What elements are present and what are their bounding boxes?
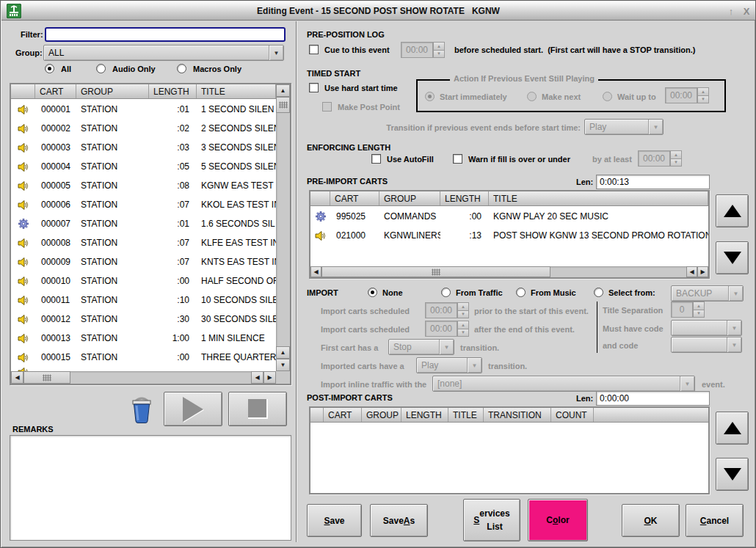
- col-group[interactable]: GROUP: [379, 191, 440, 205]
- col-length[interactable]: LENGTH: [149, 84, 197, 98]
- cart-table-vscrollbar[interactable]: [276, 84, 290, 371]
- col-cart[interactable]: CART: [330, 191, 379, 205]
- table-row[interactable]: 000003STATION:033 SECONDS SILEN: [11, 138, 276, 157]
- pre-import-rows: 995025COMMANDS:00KGNW PLAY 20 SEC MUSIC0…: [310, 207, 708, 266]
- color-button[interactable]: Color: [528, 499, 588, 541]
- cue-to-event-checkbox[interactable]: [309, 45, 319, 54]
- warn-fill-checkbox[interactable]: [453, 154, 462, 164]
- col-title[interactable]: TITLE: [448, 408, 484, 422]
- col-count[interactable]: COUNT: [551, 408, 594, 422]
- table-row[interactable]: 000011STATION:1010 SECONDS SILE: [11, 291, 276, 310]
- hscroll-thumb[interactable]: [23, 371, 70, 384]
- hard-start-checkbox[interactable]: [309, 83, 319, 92]
- cell-cart: 000001: [35, 104, 76, 114]
- stop-button[interactable]: [228, 392, 287, 426]
- table-row[interactable]: 000010STATION:00HALF SECOND OF: [11, 271, 276, 291]
- radio-import-music[interactable]: [516, 288, 526, 297]
- titlebar[interactable]: Editing Event - 15 SECOND POST SHOW ROTA…: [1, 1, 755, 21]
- cell-length: :00: [149, 276, 197, 286]
- save-as-button[interactable]: Save As: [370, 504, 428, 537]
- by-at-least-spinbox: 00:00 ▲▼: [638, 150, 682, 167]
- filter-input[interactable]: [45, 27, 286, 42]
- post-import-move-up-button[interactable]: [716, 412, 749, 445]
- pre-import-move-down-button[interactable]: [716, 241, 749, 274]
- table-row[interactable]: 000005STATION:08KGNW EAS TEST: [11, 176, 276, 195]
- col-icon[interactable]: [310, 408, 324, 422]
- scroll-left2-icon[interactable]: ◀: [686, 266, 697, 277]
- first-cart-transition-select: Stop ▼: [388, 339, 454, 355]
- col-title[interactable]: TITLE: [197, 84, 276, 98]
- hscroll-thumb[interactable]: [321, 266, 550, 277]
- post-import-header: CART GROUP LENGTH TITLE TRANSITION COUNT: [310, 408, 708, 423]
- spin-down-icon: ▼: [670, 159, 682, 167]
- scroll-up2-icon[interactable]: ▲: [276, 346, 290, 359]
- table-row[interactable]: 000012STATION:3030 SECONDS SILE: [11, 310, 276, 329]
- group-select[interactable]: ALL ▼: [43, 45, 284, 61]
- table-row[interactable]: 021000KGNWLINERS:13POST SHOW KGNW 13 SEC…: [310, 226, 708, 245]
- col-length[interactable]: LENGTH: [440, 191, 489, 205]
- cell-group: STATION: [76, 219, 149, 229]
- table-row[interactable]: 995025COMMANDS:00KGNW PLAY 20 SEC MUSIC: [310, 207, 708, 226]
- scroll-left2-icon[interactable]: ◀: [251, 371, 263, 384]
- remarks-textarea[interactable]: [10, 435, 291, 541]
- col-cart[interactable]: CART: [324, 408, 362, 422]
- gear-icon: [11, 219, 35, 229]
- enforcing-length-section-label: ENFORCING LENGTH: [307, 143, 390, 152]
- cell-cart: 000005: [35, 180, 76, 191]
- table-row[interactable]: 000007STATION:011.6 SECONDS SIL: [11, 214, 276, 233]
- spin-up-icon: ▲: [433, 42, 445, 51]
- col-cart[interactable]: CART: [35, 84, 76, 98]
- cancel-button[interactable]: Cancel: [686, 504, 744, 537]
- table-row[interactable]: 000013STATION1:001 MIN SILENCE: [11, 329, 276, 348]
- table-row[interactable]: 000002STATION:022 SECONDS SILEN: [11, 119, 276, 138]
- radio-make-next-label: Make next: [542, 92, 581, 101]
- col-length[interactable]: LENGTH: [401, 408, 448, 422]
- cell-length: :01: [149, 219, 197, 229]
- table-row[interactable]: 000004STATION:055 SECONDS SILEN: [11, 157, 276, 176]
- radio-macros-only[interactable]: [177, 64, 186, 73]
- scroll-right-icon[interactable]: ▶: [697, 266, 708, 277]
- use-autofill-checkbox[interactable]: [371, 154, 381, 164]
- shade-window-button[interactable]: ↑: [724, 4, 738, 18]
- radio-all[interactable]: [45, 64, 54, 73]
- down-arrow-icon: [724, 252, 741, 264]
- scroll-left-icon[interactable]: ◀: [310, 266, 321, 277]
- up-arrow-icon: [724, 205, 741, 217]
- table-row[interactable]: 000015STATION:00THREE QUARTER: [11, 348, 276, 367]
- col-group[interactable]: GROUP: [76, 84, 149, 98]
- col-icon[interactable]: [310, 191, 330, 205]
- cell-title: 2 SECONDS SILEN: [197, 123, 276, 134]
- radio-import-none[interactable]: [368, 288, 377, 297]
- col-title[interactable]: TITLE: [489, 191, 708, 205]
- cell-group: STATION: [76, 333, 149, 343]
- ok-button[interactable]: OK: [622, 504, 680, 537]
- col-transition[interactable]: TRANSITION: [484, 408, 551, 422]
- scroll-down-icon[interactable]: ▼: [276, 359, 290, 371]
- radio-import-select-from[interactable]: [594, 288, 603, 297]
- services-list-button[interactable]: ServicesList: [463, 499, 520, 541]
- spin-up-icon: ▲: [697, 87, 709, 96]
- post-import-move-down-button[interactable]: [716, 458, 749, 491]
- table-row[interactable]: 000009STATION:07KNTS EAS TEST IN: [11, 252, 276, 271]
- col-icon[interactable]: [11, 84, 35, 98]
- trash-bucket-icon[interactable]: [127, 395, 156, 428]
- vscroll-thumb[interactable]: [276, 97, 290, 113]
- table-row[interactable]: 000008STATION:07KLFE EAS TEST IN: [11, 233, 276, 252]
- pre-import-move-up-button[interactable]: [716, 194, 749, 227]
- scroll-right-icon[interactable]: ▶: [263, 371, 276, 384]
- radio-import-traffic[interactable]: [441, 288, 451, 297]
- table-row[interactable]: 000001STATION:011 SECOND SILEN: [11, 100, 276, 119]
- close-window-button[interactable]: X: [740, 4, 753, 18]
- post-import-len-field[interactable]: 0:00:00: [596, 391, 710, 406]
- chevron-down-icon: ▼: [680, 376, 694, 391]
- save-button[interactable]: Save: [307, 504, 362, 537]
- pre-import-len-field[interactable]: 0:00:13: [596, 175, 710, 189]
- chevron-down-icon: ▼: [269, 45, 283, 60]
- play-button[interactable]: [164, 392, 222, 426]
- scroll-up-icon[interactable]: ▲: [276, 84, 290, 97]
- scroll-left-icon[interactable]: ◀: [11, 371, 23, 384]
- table-row[interactable]: 000006STATION:07KKOL EAS TEST IN: [11, 195, 276, 214]
- col-group[interactable]: GROUP: [362, 408, 401, 422]
- radio-audio-only[interactable]: [96, 64, 106, 73]
- cell-cart: 000004: [35, 161, 76, 172]
